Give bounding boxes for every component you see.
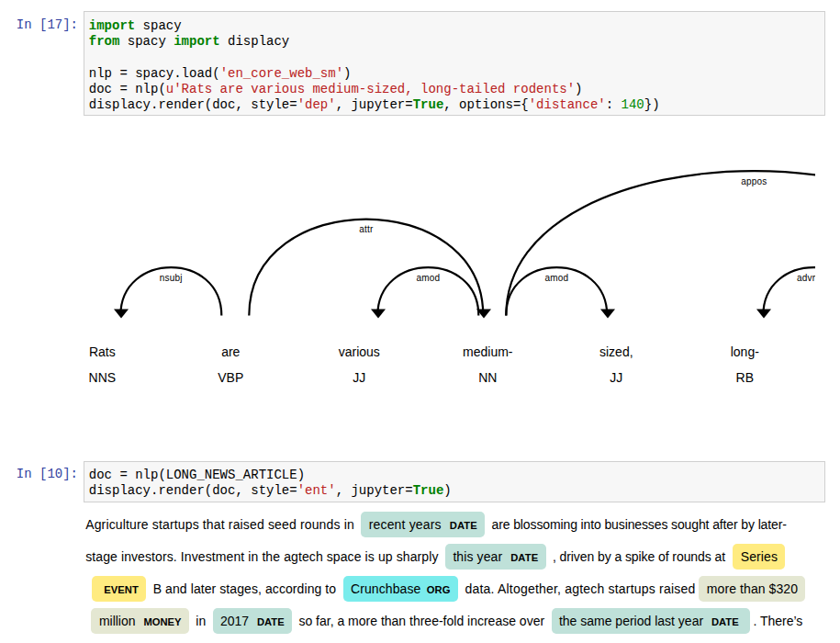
- svg-text:amod: amod: [544, 273, 568, 283]
- svg-text:JJ: JJ: [610, 370, 622, 385]
- svg-text:long-: long-: [731, 344, 759, 359]
- svg-text:are: are: [221, 344, 240, 359]
- svg-text:medium-: medium-: [463, 344, 513, 359]
- svg-text:nsubj: nsubj: [160, 273, 183, 283]
- svg-text:advmod: advmod: [797, 273, 815, 283]
- svg-text:JJ: JJ: [353, 370, 365, 385]
- svg-text:Rats: Rats: [89, 344, 116, 359]
- svg-text:sized,: sized,: [599, 344, 633, 359]
- svg-text:appos: appos: [741, 176, 767, 186]
- svg-text:VBP: VBP: [218, 370, 243, 385]
- svg-text:NN: NN: [478, 370, 497, 385]
- svg-text:attr: attr: [359, 224, 374, 234]
- svg-text:amod: amod: [416, 273, 440, 283]
- svg-text:NNS: NNS: [89, 370, 117, 385]
- svg-text:various: various: [339, 344, 380, 359]
- svg-text:RB: RB: [736, 370, 754, 385]
